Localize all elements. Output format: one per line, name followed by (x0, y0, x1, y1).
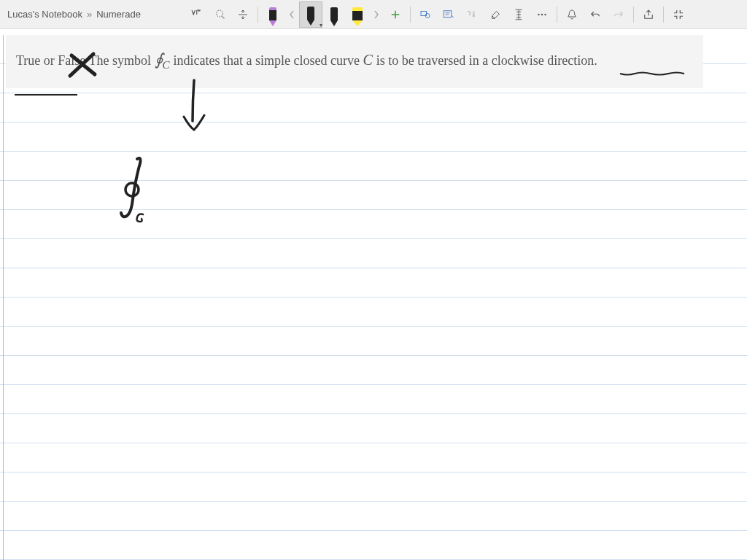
ink-text-icon (442, 8, 455, 21)
undo-icon (589, 8, 602, 21)
plus-icon (389, 8, 402, 21)
fullscreen-button[interactable] (667, 3, 690, 26)
ink-to-shape-button[interactable] (414, 3, 437, 26)
undo-button[interactable] (584, 3, 607, 26)
svg-text:a: a (473, 9, 475, 13)
next-pen-button[interactable] (369, 3, 384, 26)
ink-shape-icon (419, 8, 432, 21)
share-icon (642, 8, 655, 21)
ruler-button[interactable] (507, 3, 530, 26)
add-pen-button[interactable] (384, 3, 407, 26)
ink-to-math-button[interactable]: a (460, 3, 484, 26)
svg-point-5 (538, 13, 539, 15)
question-panel: True or False The symbol ∮C indicates th… (6, 35, 703, 88)
svg-point-6 (541, 13, 543, 15)
pen-black2-button[interactable] (322, 1, 346, 28)
ink-to-text-button[interactable] (437, 3, 460, 26)
curve-c: C (363, 52, 372, 68)
highlighter-yellow-button[interactable] (346, 1, 369, 28)
more-button[interactable] (530, 3, 554, 26)
chevron-right-icon (373, 9, 380, 20)
margin-line (3, 35, 4, 560)
breadcrumb-notebook: Lucas's Notebook (7, 9, 82, 20)
integral-symbol: ∮ (155, 50, 163, 69)
pen-purple-button[interactable] (261, 1, 285, 28)
question-suffix: is to be traversed in a clockwise direct… (376, 53, 597, 68)
prev-pen-button[interactable] (285, 3, 299, 26)
toolbar-divider (410, 7, 411, 23)
eraser-icon (489, 8, 502, 21)
insert-space-button[interactable] (231, 3, 255, 26)
note-canvas[interactable]: True or False The symbol ∮C indicates th… (0, 35, 747, 560)
toolbar-divider (258, 7, 258, 23)
pen-black-button[interactable]: ▾ (299, 1, 322, 28)
lasso-icon (213, 8, 226, 21)
ruler-icon (512, 8, 525, 21)
toolbar-divider (557, 7, 557, 23)
svg-point-0 (216, 10, 222, 17)
integral-subscript: C (163, 59, 170, 71)
breadcrumb-separator: » (87, 9, 92, 20)
question-mid: indicates that a simple closed curve (174, 53, 363, 68)
ink-math-icon: a (465, 8, 479, 21)
insert-space-icon (236, 8, 249, 21)
redo-icon (612, 8, 625, 21)
ruled-lines (0, 35, 747, 560)
chevron-left-icon (288, 9, 295, 20)
share-button[interactable] (637, 3, 660, 26)
text-insert-button[interactable] (185, 3, 208, 26)
breadcrumb-page: Numerade (96, 9, 141, 20)
notifications-button[interactable] (560, 3, 584, 26)
svg-point-7 (544, 13, 546, 15)
toolbar-divider (663, 7, 664, 23)
cursor-text-icon (190, 8, 203, 21)
ellipsis-icon (535, 8, 549, 21)
breadcrumb[interactable]: Lucas's Notebook » Numerade (7, 9, 141, 20)
svg-rect-3 (444, 10, 452, 17)
eraser-button[interactable] (484, 3, 507, 26)
redo-button[interactable] (607, 3, 630, 26)
lasso-button[interactable] (208, 3, 231, 26)
collapse-icon (672, 8, 685, 21)
question-prefix: True or False The symbol (16, 53, 155, 68)
toolbar-divider (633, 7, 634, 23)
bell-icon (565, 8, 578, 21)
